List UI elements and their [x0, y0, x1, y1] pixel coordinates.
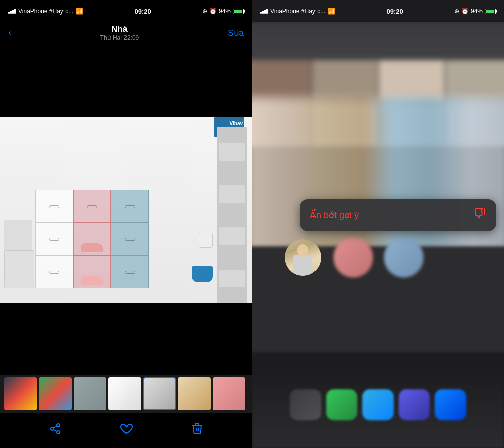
shelf-box-1-1	[35, 190, 73, 223]
carrier-right: VinaPhone #Hay c...	[270, 8, 325, 15]
battery-icon-left	[233, 9, 244, 14]
filmstrip-thumb-1[interactable]	[4, 377, 37, 410]
shelf-col-3	[111, 190, 149, 288]
rack-shelf-2	[219, 185, 245, 203]
signal-bar-2	[10, 11, 12, 14]
share-button[interactable]	[49, 423, 61, 438]
r-signal-bar-3	[264, 10, 266, 14]
right-panel: VinaPhone #Hay c... 📶 09:20 ⊕ ⏰ 94% Ẩn b…	[252, 0, 504, 448]
suggestion-pill[interactable]: Ẩn bớt gợi ý	[300, 199, 496, 231]
signal-bar-3	[12, 10, 14, 14]
battery-icon-right	[485, 9, 496, 14]
vinha-label: Vihav	[230, 121, 243, 126]
time-right: 09:20	[386, 8, 403, 15]
left-object	[4, 220, 32, 253]
shelf-box-2-2	[73, 223, 111, 255]
heart-button[interactable]	[120, 423, 133, 438]
shelf-box-2-1	[73, 190, 111, 223]
suggestion-text: Ẩn bớt gợi ý	[310, 210, 359, 221]
r-signal-bar-2	[262, 11, 264, 14]
filmstrip-thumb-3[interactable]	[74, 377, 106, 410]
r-signal-bar-4	[266, 9, 268, 14]
signal-bar-1	[8, 12, 10, 14]
shelf-box-3-2	[111, 223, 149, 255]
left-toolbar	[0, 413, 252, 448]
album-title: Nhà	[11, 24, 228, 34]
shelf-col-1	[35, 190, 73, 288]
left-nav: ‹ Nhà Thứ Hai 22:09 Sửa	[0, 22, 252, 45]
contacts-row	[285, 239, 422, 276]
avatar-body-1	[293, 255, 312, 276]
right-rack	[217, 127, 247, 303]
shelf-box-3-3	[111, 255, 149, 288]
shelf-box-3-1	[111, 190, 149, 223]
photo-filmstrip	[0, 375, 252, 413]
left-status-right: ⊕ ⏰ 94%	[202, 8, 244, 15]
filmstrip-thumb-2[interactable]	[39, 377, 72, 410]
carrier-left: VinaPhone #Hay c...	[18, 8, 73, 15]
main-photo[interactable]: Vihav	[0, 117, 252, 303]
filmstrip-thumb-5[interactable]	[143, 377, 176, 410]
time-left: 09:20	[134, 8, 151, 15]
filmstrip-thumb-4[interactable]	[108, 377, 141, 410]
location-icon-left: ⊕	[202, 8, 207, 15]
contact-avatar-1[interactable]	[285, 239, 321, 276]
rack-shelf-1	[219, 143, 245, 161]
edit-button[interactable]: Sửa	[228, 28, 244, 38]
app-icon-4[interactable]	[399, 389, 430, 420]
right-status-right: ⊕ ⏰ 94%	[454, 8, 496, 15]
shelf-grid	[35, 190, 149, 288]
battery-fill-left	[234, 10, 242, 13]
app-icon-3[interactable]	[362, 389, 394, 420]
shoe-rack-bg: Vihav	[0, 117, 252, 303]
right-status-left: VinaPhone #Hay c... 📶	[260, 8, 335, 15]
signal-bars-left	[8, 9, 16, 14]
filmstrip-thumb-7[interactable]	[213, 377, 245, 410]
thumbs-down-icon[interactable]	[473, 207, 486, 223]
nav-title: Nhà Thứ Hai 22:09	[11, 24, 228, 41]
app-icon-2[interactable]	[326, 389, 357, 420]
shelf-box-1-3	[35, 255, 73, 288]
battery-fill-right	[486, 10, 494, 13]
rack-shelf-4	[219, 270, 245, 287]
rack-shelf-3	[219, 227, 245, 245]
comet-box	[4, 250, 34, 288]
app-icons-row	[257, 389, 499, 420]
shoes-pink-1	[81, 243, 103, 252]
blurred-bg	[252, 22, 504, 448]
photo-main-area: Vihav	[0, 45, 252, 375]
signal-bar-4	[14, 9, 16, 14]
mug	[199, 233, 213, 248]
battery-pct-right: 94%	[471, 8, 483, 15]
contact-avatar-3[interactable]	[384, 237, 423, 277]
left-status-left: VinaPhone #Hay c... 📶	[8, 8, 83, 15]
contact-avatar-2[interactable]	[333, 237, 373, 277]
avatar-head-1	[297, 244, 308, 257]
shelf-col-2	[73, 190, 111, 288]
alarm-icon-right: ⏰	[461, 8, 469, 15]
left-panel: VinaPhone #Hay c... 📶 09:20 ⊕ ⏰ 94% ‹ Nh…	[0, 0, 252, 448]
app-icon-5[interactable]	[435, 389, 466, 420]
shoes-pink-2	[81, 276, 103, 285]
r-signal-bar-1	[260, 12, 262, 14]
left-status-bar: VinaPhone #Hay c... 📶 09:20 ⊕ ⏰ 94%	[0, 0, 252, 22]
location-icon-right: ⊕	[454, 8, 459, 15]
right-status-bar: VinaPhone #Hay c... 📶 09:20 ⊕ ⏰ 94%	[252, 0, 504, 22]
blur-layer-2	[252, 97, 504, 255]
battery-pct-left: 94%	[219, 8, 231, 15]
album-date: Thứ Hai 22:09	[11, 34, 228, 41]
app-icon-1[interactable]	[290, 389, 321, 420]
trash-button[interactable]	[192, 422, 203, 438]
wifi-icon-right: 📶	[328, 8, 335, 15]
shelf-box-2-3	[73, 255, 111, 288]
shelf-box-1-2	[35, 223, 73, 255]
wifi-icon-left: 📶	[76, 8, 83, 15]
basket	[192, 266, 213, 282]
signal-bars-right	[260, 9, 268, 14]
filmstrip-thumb-6[interactable]	[178, 377, 211, 410]
alarm-icon-left: ⏰	[209, 8, 217, 15]
